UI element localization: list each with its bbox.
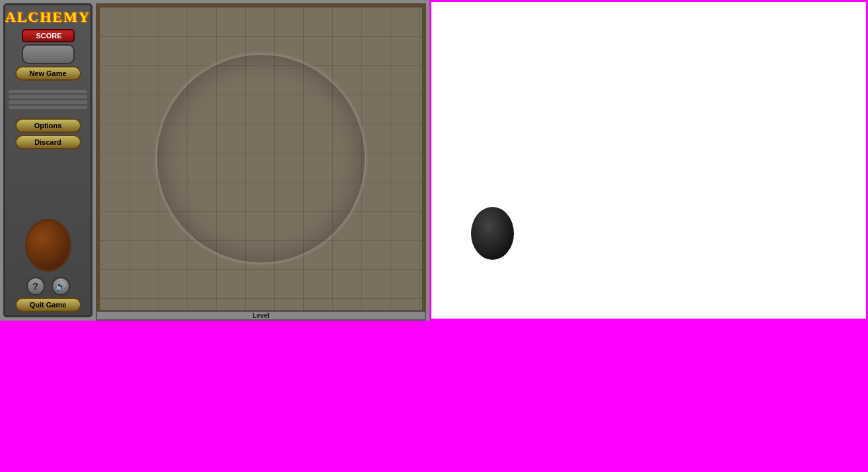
game-title: ALCHEMY <box>5 9 90 26</box>
level-bar: Level <box>96 311 426 321</box>
orb-decoration <box>25 219 71 272</box>
circle-design <box>155 53 367 264</box>
grid-overlay <box>100 7 422 310</box>
quit-game-button[interactable]: Quit Game <box>15 297 81 312</box>
game-board <box>96 3 426 314</box>
score-button[interactable]: SCORE <box>22 29 75 42</box>
options-button[interactable]: Options <box>15 118 81 133</box>
sound-button[interactable]: 🔊 <box>52 277 70 295</box>
bottom-strip: ⬅ Next► Next► GAMEOVER GAMEOVER <box>0 321 868 472</box>
right-panel <box>429 0 868 321</box>
black-egg <box>471 207 514 260</box>
bottom-icon-row: ? 🔊 <box>26 277 70 295</box>
game-panel: ALCHEMY SCORE New Game Options Discard ?… <box>0 0 429 321</box>
sidebar: ALCHEMY SCORE New Game Options Discard ?… <box>3 3 92 317</box>
discard-button[interactable]: Discard <box>15 135 81 149</box>
level-label: Level <box>252 312 270 319</box>
score-display <box>22 44 75 64</box>
help-button[interactable]: ? <box>26 277 45 295</box>
new-game-button[interactable]: New Game <box>15 66 81 81</box>
